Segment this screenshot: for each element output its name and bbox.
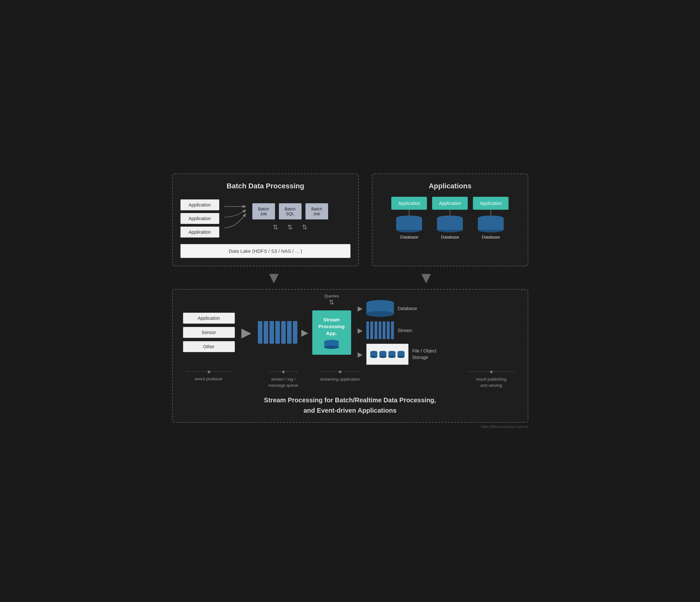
output-label-db: Database — [398, 306, 417, 311]
sources-col: Application Sensor Other — [183, 313, 235, 352]
batch-job-1: BatchJob — [252, 203, 275, 219]
connector-1 — [409, 210, 409, 215]
apps-row: Application Database Application — [391, 197, 508, 239]
batch-sql-1: BatchSQL — [279, 203, 302, 219]
app-teal-3: Application — [473, 197, 508, 210]
batch-jobs-top: BatchJob BatchSQL BatchJob — [252, 203, 328, 219]
label-event-producer: event producer — [183, 371, 235, 388]
stream-source-other: Other — [183, 341, 235, 352]
queries-label: Queries ⇅ — [324, 293, 339, 306]
queue-icon — [258, 321, 297, 344]
db-label-1: Database — [400, 235, 419, 239]
apps-inner: Application Database Application — [380, 197, 520, 239]
output-db-icon — [366, 300, 394, 317]
url-text: https://jifei-yang.blog.csdn.net — [172, 425, 528, 428]
db-1 — [396, 215, 422, 233]
batch-source-1: Application — [180, 199, 219, 210]
connector-3 — [491, 210, 491, 215]
stream-source-sensor: Sensor — [183, 327, 235, 338]
stream-proc-wrapper: Queries ⇅ StreamProcessingApp. — [312, 310, 351, 355]
apps-title: Applications — [380, 182, 520, 190]
app-group-1: Application Database — [391, 197, 427, 239]
db-label-2: Database — [441, 235, 459, 239]
thin-arrow-1: ▶ — [301, 327, 308, 338]
db-2 — [437, 215, 463, 233]
app-teal-1: Application — [391, 197, 427, 210]
batch-arrows-svg — [224, 201, 247, 233]
main-container: Batch Data Processing Application Applic… — [172, 174, 528, 428]
output-row-file: ▶ — [358, 344, 436, 365]
down-arrows-row: ▼ ▼ — [172, 270, 528, 286]
bottom-box: Application Sensor Other ▶ ▶ Q — [172, 289, 528, 422]
fat-arrow-1: ▶ — [241, 325, 251, 340]
down-arrow-right: ▼ — [418, 270, 434, 286]
stream-proc-box: StreamProcessingApp. — [312, 310, 351, 355]
batch-top-row: Application Application Application — [180, 197, 351, 238]
streaming-app-label: streaming application — [320, 376, 360, 382]
outputs-area: ▶ Database ▶ — [358, 300, 436, 365]
batch-title: Batch Data Processing — [180, 182, 351, 190]
batch-box: Batch Data Processing Application Applic… — [172, 174, 359, 266]
down-arrow-left: ▼ — [266, 270, 282, 286]
stream-source-app: Application — [183, 313, 235, 324]
output-label-file: File / ObjectStorage — [412, 348, 436, 361]
output-row-db: ▶ Database — [358, 300, 436, 317]
data-lake: Data Lake (HDFS / S3 / NAS / ... ) — [180, 244, 351, 258]
batch-job-2: BatchJob — [305, 203, 328, 219]
stream-diagram: Application Sensor Other ▶ ▶ Q — [183, 300, 517, 365]
batch-double-arrows: ⇅ ⇅ ⇅ — [273, 223, 307, 231]
top-row: Batch Data Processing Application Applic… — [172, 174, 528, 266]
event-producer-label: event producer — [195, 376, 223, 381]
labels-section: event producer stream / log /message que… — [183, 371, 517, 388]
batch-source-2: Application — [180, 213, 219, 224]
app-group-3: Application Database — [473, 197, 508, 239]
result-publishing-label: result publishingand serving — [476, 376, 507, 388]
label-result-publishing: result publishingand serving — [466, 371, 517, 388]
stream-log-label: stream / log /message queue — [268, 376, 298, 388]
batch-full: Application Application Application — [180, 197, 351, 258]
output-label-stream: Stream — [398, 328, 412, 333]
label-stream-log: stream / log /message queue — [267, 371, 300, 388]
label-streaming-app: streaming application — [319, 371, 361, 388]
file-storage-icon — [366, 344, 408, 365]
app-group-2: Application Database — [432, 197, 468, 239]
apps-box: Applications Application Database — [372, 174, 528, 266]
mini-db — [318, 340, 346, 349]
app-teal-2: Application — [432, 197, 468, 210]
connector-2 — [450, 210, 450, 215]
output-row-stream: ▶ Stream — [358, 321, 436, 339]
batch-source-3: Application — [180, 227, 219, 238]
db-label-3: Database — [482, 235, 500, 239]
bottom-title: Stream Processing for Batch/Realtime Dat… — [183, 395, 517, 416]
batch-sources: Application Application Application — [180, 199, 219, 238]
output-queue-icon — [366, 321, 394, 339]
batch-jobs-col: BatchJob BatchSQL BatchJob ⇅ ⇅ ⇅ — [252, 203, 328, 231]
db-3 — [478, 215, 504, 233]
